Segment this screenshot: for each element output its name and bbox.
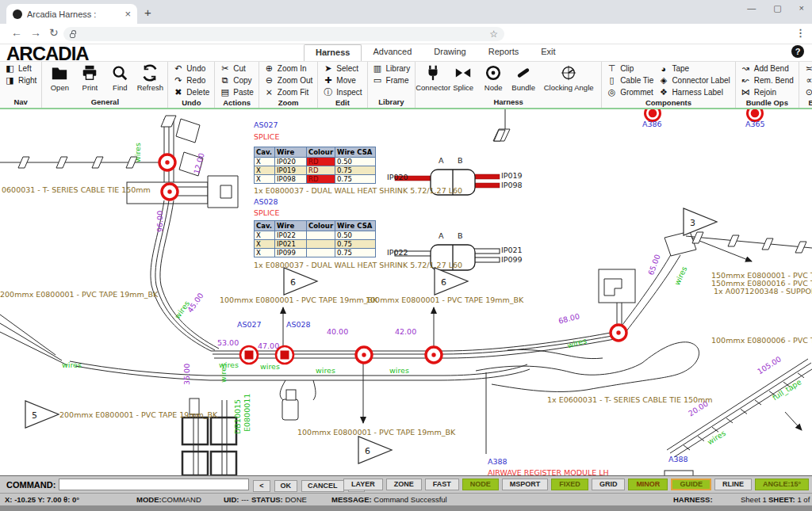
- new-tab-button[interactable]: +: [144, 6, 151, 19]
- bookmark-star-icon[interactable]: ☆: [489, 29, 498, 40]
- zoom-out-button[interactable]: ⊖Zoom Out: [262, 74, 315, 86]
- clocking-angle-button[interactable]: Clocking Angle: [538, 63, 599, 97]
- nav-left-button[interactable]: ◧Left: [2, 63, 39, 74]
- bundle-button[interactable]: Bundle: [508, 63, 538, 97]
- frame-button[interactable]: ▭Frame: [370, 74, 413, 86]
- connector-label-button[interactable]: ◈Connector Label: [656, 74, 732, 86]
- magnifier-icon: [111, 64, 128, 82]
- toggle-minor[interactable]: MINOR: [628, 479, 668, 490]
- zoom-in-button[interactable]: ⊕Zoom In: [262, 63, 315, 74]
- toggle-rline[interactable]: RLINE: [714, 479, 752, 490]
- harness-node[interactable]: [356, 347, 372, 363]
- undo-button[interactable]: ↶Undo: [170, 63, 212, 74]
- svg-text:6: 6: [441, 277, 446, 288]
- grommet-button[interactable]: ◎Grommet: [604, 86, 656, 98]
- splice-button[interactable]: Splice: [448, 63, 478, 97]
- canvas-label: DB10015: [233, 399, 242, 434]
- toggle-layer[interactable]: LAYER: [343, 479, 383, 490]
- svg-text:6: 6: [290, 277, 296, 288]
- harness-label-button[interactable]: ❖Harness Label: [656, 86, 732, 98]
- tab-close-icon[interactable]: ×: [124, 8, 131, 20]
- window-maximize-button[interactable]: ▢: [773, 3, 781, 13]
- canvas-label: 1x E0600031 - T- SERIES CABLE TIE 150mm: [547, 395, 713, 404]
- cable-tie-button[interactable]: ▯Cable Tie: [604, 74, 656, 86]
- toggle-guide[interactable]: GUIDE: [671, 479, 711, 490]
- move-button[interactable]: ✚Move: [320, 74, 364, 86]
- delete-button[interactable]: ✖Delete: [170, 86, 212, 98]
- back-button[interactable]: ←: [11, 26, 22, 39]
- harness-node[interactable]: [159, 154, 175, 170]
- cancel-button[interactable]: CANCEL: [301, 480, 344, 492]
- cut-button-label: Cut: [233, 64, 246, 73]
- content-dot-icon: ⊙: [804, 87, 812, 97]
- ribbon-group-harness: ConnectorSpliceNodeBundleClocking AngleH…: [416, 62, 602, 108]
- harness-node[interactable]: [240, 346, 258, 364]
- cut-button[interactable]: ✂Cut: [217, 63, 256, 74]
- forward-button[interactable]: →: [30, 26, 41, 39]
- refresh-button[interactable]: Refresh: [135, 63, 165, 97]
- app-window: Arcadia Harness : × + — ▢ × ← → ↻ ☆ ⋮ AR…: [0, 0, 812, 511]
- toggle-node[interactable]: NODE: [462, 479, 499, 490]
- canvas-label: wires: [260, 362, 280, 371]
- harness-node[interactable]: [162, 184, 178, 200]
- content-button[interactable]: ⊙Content: [802, 86, 812, 98]
- ok-button[interactable]: OK: [274, 480, 298, 492]
- inspect-button[interactable]: ⓘInspect: [320, 86, 364, 98]
- tab-reports[interactable]: Reports: [477, 44, 530, 61]
- harness-node[interactable]: [426, 347, 442, 363]
- connector-button[interactable]: Connector: [418, 63, 448, 97]
- tab-exit[interactable]: Exit: [530, 44, 566, 61]
- remove-bend-button[interactable]: ↜Rem. Bend: [738, 74, 796, 86]
- copy-button[interactable]: ⧉Copy: [217, 74, 256, 86]
- half-right-square-icon: ◨: [5, 75, 15, 86]
- command-input[interactable]: [59, 479, 249, 490]
- match-props-button[interactable]: ≍Match Props: [802, 63, 812, 74]
- ribbon-group-nav: ◧Left◨RightNav: [0, 62, 42, 108]
- harness-node[interactable]: [611, 325, 626, 341]
- node-button[interactable]: Node: [478, 63, 508, 97]
- rejoin-button[interactable]: ⋈Rejoin: [738, 86, 796, 98]
- canvas-label: IP022: [387, 248, 408, 257]
- select-button[interactable]: ➤Select: [320, 63, 364, 74]
- add-bend-button[interactable]: ↝Add Bend: [738, 63, 796, 74]
- table-row: XIP099 0.75: [255, 249, 376, 257]
- canvas-label: E0800011: [243, 394, 251, 432]
- ribbon-group-bundle-ops: ↝Add Bend↜Rem. Bend⋈RejoinBundle Ops: [736, 62, 799, 108]
- zoom-fit-button[interactable]: ⨯Zoom Fit: [262, 86, 315, 98]
- toggle-fixed[interactable]: FIXED: [551, 479, 588, 490]
- canvas-label: 200mmx E0800001 - PVC TAPE 19mm_BK: [0, 290, 158, 299]
- find-button[interactable]: Find: [105, 63, 135, 97]
- match-equal-icon: ≍: [804, 63, 812, 74]
- window-minimize-button[interactable]: —: [747, 3, 756, 13]
- col-header: Colour: [307, 147, 335, 158]
- browser-menu-icon[interactable]: ⋮: [795, 27, 806, 39]
- drawing-canvas[interactable]: 56663 Cav. Wire Colour Wire CSA XIP020 R…: [0, 109, 812, 475]
- window-close-button[interactable]: ×: [799, 3, 804, 13]
- print-button[interactable]: Print: [75, 63, 105, 97]
- reload-button[interactable]: ↻: [49, 26, 59, 39]
- command-back-button[interactable]: <: [253, 480, 270, 492]
- toggle-msport[interactable]: MSPORT: [502, 479, 549, 490]
- help-button[interactable]: ?: [791, 45, 804, 58]
- library-button[interactable]: ▥Library: [370, 63, 413, 74]
- toggle-zone[interactable]: ZONE: [386, 479, 422, 490]
- tab-advanced[interactable]: Advanced: [362, 44, 423, 61]
- browser-tab[interactable]: Arcadia Harness : ×: [6, 4, 137, 24]
- tab-harness[interactable]: Harness: [304, 44, 362, 61]
- toggle-grid[interactable]: GRID: [592, 479, 626, 490]
- toggle-angle-15-[interactable]: ANGLE:15°: [755, 479, 809, 490]
- clip-button[interactable]: ⊤Clip: [604, 63, 656, 74]
- open-button[interactable]: Open: [44, 63, 75, 97]
- ribbon-group-label: Actions: [217, 98, 256, 108]
- tape-button[interactable]: ◕Tape: [656, 63, 732, 74]
- ribbon-group-label: Harness: [418, 97, 599, 108]
- redo-button[interactable]: ↷Redo: [170, 74, 212, 86]
- node-circle-icon: [485, 64, 502, 82]
- toggle-fast[interactable]: FAST: [425, 479, 459, 490]
- address-bar[interactable]: ☆: [63, 27, 504, 41]
- tab-drawing[interactable]: Drawing: [423, 44, 477, 61]
- nav-right-button[interactable]: ◨Right: [2, 74, 39, 86]
- paste-button[interactable]: ▤Paste: [217, 86, 256, 98]
- nav-right-button-label: Right: [18, 76, 36, 85]
- to-scale-button[interactable]: ∝To Scale: [802, 74, 812, 86]
